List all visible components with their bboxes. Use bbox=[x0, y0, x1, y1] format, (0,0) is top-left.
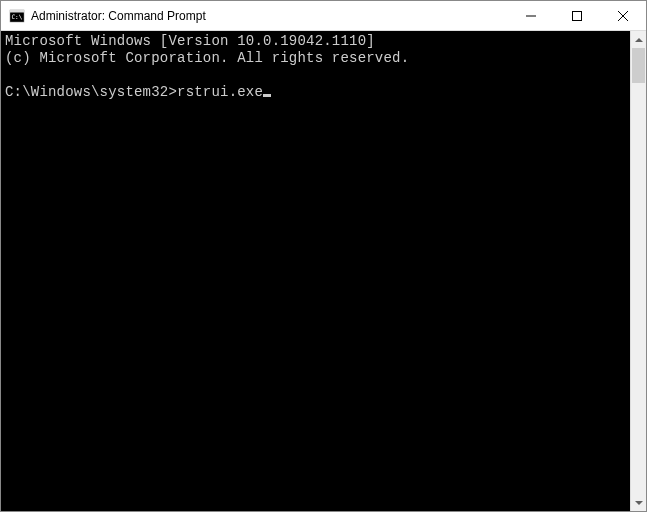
typed-command: rstrui.exe bbox=[177, 84, 263, 100]
scroll-down-button[interactable] bbox=[631, 494, 646, 511]
maximize-button[interactable] bbox=[554, 1, 600, 30]
svg-rect-4 bbox=[573, 11, 582, 20]
window-controls bbox=[508, 1, 646, 30]
titlebar[interactable]: C:\ Administrator: Command Prompt bbox=[1, 1, 646, 31]
close-button[interactable] bbox=[600, 1, 646, 30]
svg-text:C:\: C:\ bbox=[12, 13, 23, 20]
prompt-path: C:\Windows\system32> bbox=[5, 84, 177, 100]
version-line: Microsoft Windows [Version 10.0.19042.11… bbox=[5, 33, 375, 49]
text-cursor bbox=[263, 94, 271, 97]
minimize-button[interactable] bbox=[508, 1, 554, 30]
window-title: Administrator: Command Prompt bbox=[31, 9, 508, 23]
terminal-content[interactable]: Microsoft Windows [Version 10.0.19042.11… bbox=[1, 31, 630, 511]
command-prompt-icon: C:\ bbox=[9, 8, 25, 24]
terminal-body: Microsoft Windows [Version 10.0.19042.11… bbox=[1, 31, 646, 511]
svg-marker-8 bbox=[635, 501, 643, 505]
command-prompt-window: C:\ Administrator: Command Prompt bbox=[0, 0, 647, 512]
vertical-scrollbar[interactable] bbox=[630, 31, 646, 511]
scroll-thumb[interactable] bbox=[632, 48, 645, 83]
copyright-line: (c) Microsoft Corporation. All rights re… bbox=[5, 50, 409, 66]
scroll-up-button[interactable] bbox=[631, 31, 646, 48]
svg-marker-7 bbox=[635, 38, 643, 42]
scroll-track[interactable] bbox=[631, 48, 646, 494]
